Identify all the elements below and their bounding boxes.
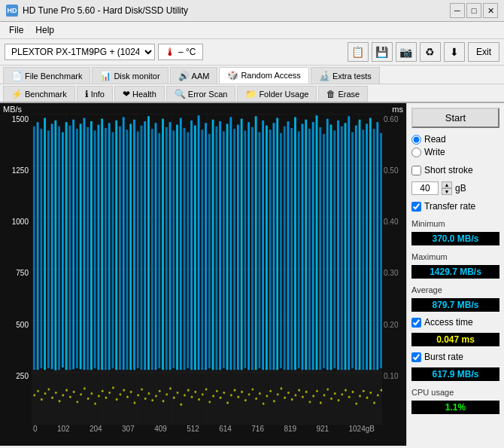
- svg-point-172: [234, 389, 236, 392]
- tab-info[interactable]: ℹ Info: [77, 86, 113, 102]
- svg-rect-73: [233, 129, 235, 370]
- tab-aam[interactable]: 🔊 AAM: [170, 67, 218, 84]
- svg-rect-96: [316, 115, 318, 370]
- transfer-rate-checkbox[interactable]: [411, 202, 421, 212]
- svg-point-171: [230, 394, 232, 396]
- right-panel: Start Read Write Short stroke ▲ ▼ gB: [406, 103, 504, 446]
- y-right-020: 0.20: [384, 321, 405, 329]
- svg-point-123: [59, 400, 61, 402]
- svg-point-203: [345, 389, 347, 392]
- access-time-checkbox[interactable]: [411, 318, 421, 328]
- aam-icon: 🔊: [178, 71, 190, 81]
- toolbar-btn-3[interactable]: 📷: [396, 42, 417, 62]
- svg-point-137: [108, 392, 111, 394]
- temp-value: – °C: [178, 47, 196, 57]
- burst-rate-checkbox-label[interactable]: Burst rate: [411, 352, 499, 362]
- svg-point-194: [312, 395, 314, 397]
- benchmark-icon: ⚡: [11, 89, 23, 99]
- y-left-250: 250: [3, 372, 29, 380]
- svg-rect-99: [326, 119, 329, 370]
- svg-point-189: [295, 394, 297, 396]
- svg-rect-94: [308, 129, 311, 370]
- svg-rect-35: [97, 125, 99, 370]
- svg-point-135: [102, 390, 104, 392]
- svg-point-176: [248, 393, 250, 395]
- tab-extra-tests[interactable]: 🔬 Extra tests: [311, 67, 380, 84]
- write-radio[interactable]: Write: [411, 147, 499, 157]
- disk-monitor-icon: 📊: [100, 71, 111, 81]
- tab-error-scan[interactable]: 🔍 Error Scan: [166, 86, 236, 102]
- svg-rect-43: [126, 130, 129, 370]
- svg-rect-101: [333, 130, 335, 368]
- svg-rect-58: [180, 118, 182, 370]
- tab-health[interactable]: ❤ Health: [114, 86, 165, 102]
- close-button[interactable]: ✕: [483, 3, 498, 18]
- stroke-value-input[interactable]: [411, 181, 439, 195]
- average-value: 879.7 MB/s: [411, 298, 499, 312]
- drive-select[interactable]: PLEXTOR PX-1TM9PG + (1024 gB): [5, 44, 155, 60]
- access-time-checkbox-label[interactable]: Access time: [411, 317, 499, 328]
- svg-point-146: [141, 388, 143, 390]
- svg-rect-87: [284, 126, 286, 370]
- svg-rect-61: [190, 120, 193, 370]
- svg-rect-74: [237, 125, 239, 370]
- svg-rect-82: [266, 126, 268, 370]
- svg-point-122: [55, 392, 57, 394]
- cpu-usage-label: CPU usage: [411, 388, 499, 397]
- svg-rect-92: [302, 123, 304, 370]
- svg-rect-90: [294, 117, 296, 370]
- chart-svg: [32, 114, 382, 425]
- exit-button[interactable]: Exit: [468, 42, 499, 62]
- transfer-rate-checkbox-label[interactable]: Transfer rate: [411, 201, 499, 212]
- start-button[interactable]: Start: [411, 108, 499, 128]
- svg-rect-48: [144, 121, 146, 370]
- svg-rect-110: [366, 123, 368, 370]
- svg-rect-40: [115, 120, 117, 370]
- health-icon: ❤: [123, 89, 130, 99]
- tab-random-access[interactable]: 🎲 Random Access: [219, 67, 308, 84]
- menu-file[interactable]: File: [3, 23, 29, 37]
- svg-rect-32: [87, 127, 89, 370]
- svg-point-128: [76, 401, 78, 403]
- svg-rect-114: [380, 133, 382, 369]
- svg-point-121: [51, 397, 53, 399]
- burst-rate-checkbox[interactable]: [411, 352, 421, 362]
- stroke-down-button[interactable]: ▼: [442, 188, 452, 195]
- read-radio-input[interactable]: [411, 135, 421, 145]
- svg-point-150: [155, 395, 157, 397]
- svg-rect-105: [348, 116, 350, 370]
- toolbar-btn-1[interactable]: 📋: [348, 42, 369, 62]
- write-radio-input[interactable]: [411, 148, 421, 157]
- tab-file-benchmark[interactable]: 📄 File Benchmark: [3, 67, 90, 84]
- svg-rect-88: [287, 121, 290, 370]
- svg-rect-68: [215, 126, 217, 370]
- svg-point-204: [348, 395, 351, 398]
- minimize-button[interactable]: ─: [450, 3, 465, 18]
- stroke-up-button[interactable]: ▲: [442, 181, 452, 188]
- tab-disk-monitor[interactable]: 📊 Disk monitor: [92, 67, 168, 84]
- short-stroke-checkbox-label[interactable]: Short stroke: [411, 165, 499, 175]
- maximize-button[interactable]: □: [466, 3, 481, 18]
- minimum-label: Minimum: [411, 219, 499, 228]
- tab-benchmark[interactable]: ⚡ Benchmark: [3, 86, 75, 102]
- svg-rect-50: [151, 129, 153, 370]
- chart-area: MB/s ms 1500 1250 1000 750 500 250 0.60 …: [0, 103, 406, 446]
- svg-point-136: [105, 397, 107, 399]
- svg-point-201: [338, 399, 340, 401]
- svg-point-152: [162, 400, 165, 402]
- tab-erase[interactable]: 🗑 Erase: [318, 86, 368, 102]
- toolbar-btn-2[interactable]: 💾: [372, 42, 393, 62]
- svg-rect-51: [155, 123, 157, 370]
- toolbar-btn-4[interactable]: ♻: [420, 42, 441, 62]
- svg-rect-33: [90, 121, 93, 370]
- svg-point-161: [194, 391, 196, 393]
- short-stroke-checkbox[interactable]: [411, 166, 421, 175]
- toolbar-btn-5[interactable]: ⬇: [444, 42, 465, 62]
- tab-folder-usage[interactable]: 📁 Folder Usage: [237, 86, 317, 102]
- menu-help[interactable]: Help: [29, 23, 60, 37]
- read-radio[interactable]: Read: [411, 134, 499, 145]
- svg-rect-115: [32, 370, 382, 425]
- svg-point-116: [33, 394, 35, 396]
- svg-point-119: [44, 392, 47, 395]
- y-left-750: 750: [3, 269, 29, 277]
